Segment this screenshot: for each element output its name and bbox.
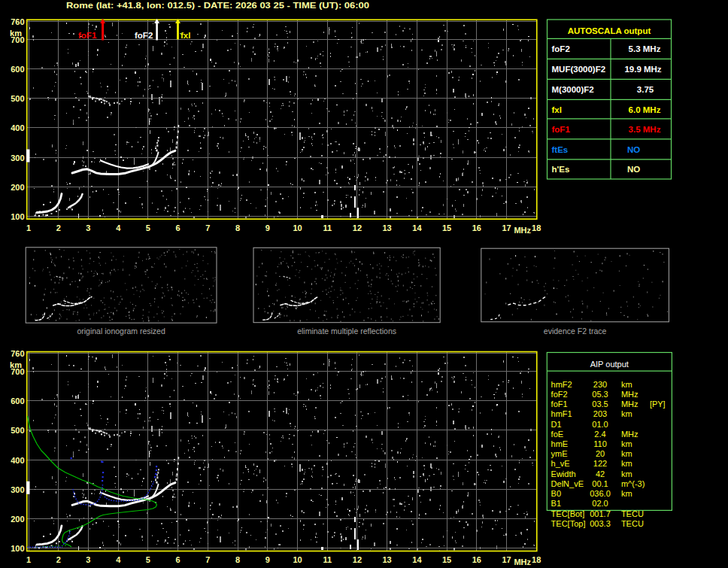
svg-text:11: 11 [323, 555, 332, 564]
svg-text:700: 700 [11, 367, 24, 376]
svg-text:evidence F2 trace: evidence F2 trace [544, 327, 607, 336]
svg-text:42: 42 [596, 469, 605, 478]
svg-text:eliminate multiple reflections: eliminate multiple reflections [297, 327, 396, 336]
svg-text:110: 110 [593, 439, 607, 448]
svg-text:hmE: hmE [551, 439, 569, 448]
svg-text:AUTOSCALA output: AUTOSCALA output [568, 26, 651, 35]
svg-text:100: 100 [11, 212, 24, 221]
svg-text:MHz: MHz [621, 430, 639, 439]
svg-text:B0: B0 [551, 489, 561, 498]
svg-text:foF2: foF2 [135, 31, 153, 40]
svg-text:02.0: 02.0 [592, 499, 608, 508]
svg-text:km: km [621, 380, 632, 389]
svg-text:2: 2 [56, 223, 61, 232]
svg-text:600: 600 [11, 65, 24, 74]
svg-text:12: 12 [353, 555, 362, 564]
svg-text:2.4: 2.4 [594, 430, 605, 439]
svg-text:MUF(3000)F2: MUF(3000)F2 [552, 65, 606, 74]
svg-text:DelN_vE: DelN_vE [551, 479, 584, 488]
svg-text:300: 300 [11, 485, 24, 494]
svg-text:003.3: 003.3 [590, 519, 611, 528]
svg-text:NO: NO [627, 165, 640, 174]
svg-text:230: 230 [593, 380, 607, 389]
svg-text:km: km [621, 469, 632, 478]
svg-text:01.0: 01.0 [592, 420, 608, 429]
svg-text:20: 20 [596, 449, 605, 458]
svg-text:h_vE: h_vE [551, 459, 570, 468]
svg-text:km: km [621, 459, 632, 468]
svg-text:03.5: 03.5 [592, 399, 608, 409]
svg-text:100: 100 [11, 544, 24, 553]
svg-text:MHz: MHz [514, 226, 531, 235]
svg-text:9: 9 [265, 555, 270, 564]
svg-text:9: 9 [265, 223, 270, 232]
svg-text:km: km [621, 449, 632, 458]
svg-text:500: 500 [11, 94, 24, 103]
svg-text:km: km [621, 489, 632, 498]
svg-text:200: 200 [11, 515, 24, 524]
svg-text:6: 6 [176, 555, 180, 564]
svg-text:600: 600 [11, 396, 24, 405]
svg-text:fxl: fxl [180, 31, 190, 40]
svg-text:001.7: 001.7 [590, 509, 611, 518]
svg-text:foE: foE [551, 430, 564, 439]
svg-text:200: 200 [11, 183, 24, 192]
svg-text:B1: B1 [551, 499, 561, 508]
svg-text:00.1: 00.1 [592, 479, 608, 488]
svg-text:TEC[Top]: TEC[Top] [551, 519, 586, 528]
svg-text:foF1: foF1 [551, 399, 568, 409]
svg-text:760: 760 [11, 349, 24, 358]
svg-text:M(3000)F2: M(3000)F2 [552, 85, 594, 94]
svg-text:700: 700 [11, 35, 24, 44]
svg-text:TEC[Bot]: TEC[Bot] [551, 509, 585, 518]
svg-text:400: 400 [11, 456, 24, 465]
svg-text:18: 18 [532, 555, 541, 564]
svg-text:hmF2: hmF2 [551, 380, 572, 389]
svg-text:hmF1: hmF1 [551, 409, 572, 418]
svg-text:[PY]: [PY] [650, 399, 666, 409]
svg-text:3.75: 3.75 [637, 85, 654, 94]
svg-text:7: 7 [205, 555, 210, 564]
svg-text:122: 122 [593, 459, 607, 468]
svg-text:036.0: 036.0 [590, 489, 611, 498]
svg-text:14: 14 [412, 223, 422, 232]
svg-text:ftEs: ftEs [552, 145, 569, 154]
svg-text:4: 4 [116, 555, 121, 564]
svg-text:MHz: MHz [514, 557, 531, 566]
svg-text:NO: NO [627, 145, 640, 154]
svg-text:h'Es: h'Es [552, 165, 570, 174]
svg-text:D1: D1 [551, 420, 562, 429]
svg-text:foF2: foF2 [551, 390, 568, 399]
svg-text:foF2: foF2 [552, 44, 570, 53]
svg-text:ymE: ymE [551, 449, 568, 458]
svg-text:13: 13 [382, 223, 391, 232]
svg-text:760: 760 [11, 17, 24, 26]
svg-text:203: 203 [593, 409, 607, 418]
svg-text:10: 10 [293, 223, 302, 232]
svg-text:foF1: foF1 [552, 125, 571, 134]
svg-text:18: 18 [532, 223, 541, 232]
svg-text:14: 14 [412, 555, 422, 564]
svg-text:Ewidth: Ewidth [551, 469, 576, 478]
svg-text:AIP output: AIP output [590, 360, 629, 369]
svg-text:16: 16 [472, 223, 481, 232]
svg-text:16: 16 [472, 555, 481, 564]
svg-text:3: 3 [86, 555, 90, 564]
svg-text:3: 3 [86, 223, 90, 232]
svg-text:11: 11 [323, 223, 332, 232]
svg-text:km: km [621, 409, 632, 418]
svg-text:8: 8 [235, 555, 240, 564]
svg-text:original ionogram resized: original ionogram resized [77, 327, 165, 336]
svg-text:4: 4 [116, 223, 121, 232]
svg-text:Rome (lat: +41.8, lon: 012.5): Rome (lat: +41.8, lon: 012.5) - DATE: 20… [66, 1, 369, 10]
svg-text:05.3: 05.3 [592, 390, 608, 399]
svg-text:TECU: TECU [621, 509, 644, 518]
svg-text:5: 5 [146, 555, 150, 564]
svg-text:300: 300 [11, 153, 24, 163]
svg-text:m^(-3): m^(-3) [621, 479, 645, 488]
svg-text:8: 8 [235, 223, 240, 232]
svg-text:5.3 MHz: 5.3 MHz [629, 44, 661, 53]
svg-text:fxl: fxl [552, 105, 562, 114]
svg-text:foF1: foF1 [78, 31, 97, 40]
svg-text:19.9 MHz: 19.9 MHz [624, 65, 661, 74]
